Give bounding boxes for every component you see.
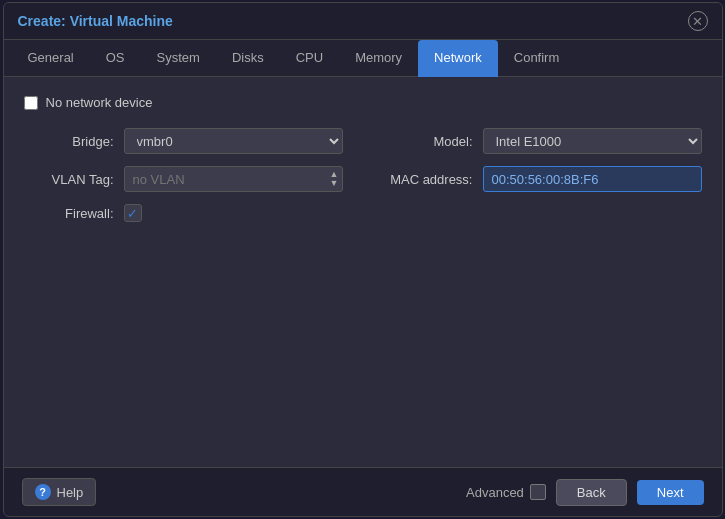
help-icon: ? [35,484,51,500]
form-grid: Bridge: vmbr0 Model: Intel E1000 VLA [24,128,702,222]
back-button[interactable]: Back [556,479,627,506]
model-control: Intel E1000 [483,128,702,154]
mac-row: MAC address: [383,166,702,192]
tab-system[interactable]: System [141,40,216,77]
vlan-decrement[interactable]: ▼ [328,179,341,188]
vlan-row: VLAN Tag: ▲ ▼ [24,166,343,192]
tab-general[interactable]: General [12,40,90,77]
vlan-input[interactable] [124,166,343,192]
next-button[interactable]: Next [637,480,704,505]
footer: ? Help Advanced Back Next [4,467,722,516]
model-row: Model: Intel E1000 [383,128,702,154]
advanced-wrap: Advanced [466,484,546,500]
vlan-spinner-arrows: ▲ ▼ [328,170,341,188]
mac-input[interactable] [483,166,702,192]
no-network-label: No network device [46,95,153,110]
vlan-spinner-wrap: ▲ ▼ [124,166,343,192]
vlan-control: ▲ ▼ [124,166,343,192]
title-bar: Create: Virtual Machine ✕ [4,3,722,40]
vlan-label: VLAN Tag: [24,172,114,187]
firewall-control: ✓ [124,204,343,222]
tab-confirm[interactable]: Confirm [498,40,576,77]
mac-control [483,166,702,192]
tab-memory[interactable]: Memory [339,40,418,77]
no-network-row: No network device [24,95,702,110]
tab-disks[interactable]: Disks [216,40,280,77]
advanced-label: Advanced [466,485,524,500]
firewall-row: Firewall: ✓ [24,204,343,222]
firewall-label: Firewall: [24,206,114,221]
close-button[interactable]: ✕ [688,11,708,31]
bridge-select[interactable]: vmbr0 [124,128,343,154]
advanced-checkbox[interactable] [530,484,546,500]
tab-cpu[interactable]: CPU [280,40,339,77]
create-vm-dialog: Create: Virtual Machine ✕ General OS Sys… [3,2,723,517]
no-network-checkbox[interactable] [24,96,38,110]
tab-network[interactable]: Network [418,40,498,77]
mac-label: MAC address: [383,172,473,187]
bridge-control: vmbr0 [124,128,343,154]
tab-os[interactable]: OS [90,40,141,77]
help-label: Help [57,485,84,500]
help-button[interactable]: ? Help [22,478,97,506]
model-select[interactable]: Intel E1000 [483,128,702,154]
bridge-label: Bridge: [24,134,114,149]
content-area: No network device Bridge: vmbr0 Model: I… [4,77,722,467]
firewall-checkbox[interactable]: ✓ [124,204,142,222]
bridge-row: Bridge: vmbr0 [24,128,343,154]
model-label: Model: [383,134,473,149]
dialog-title: Create: Virtual Machine [18,13,173,29]
footer-right: Advanced Back Next [466,479,703,506]
tab-bar: General OS System Disks CPU Memory Netwo… [4,40,722,77]
